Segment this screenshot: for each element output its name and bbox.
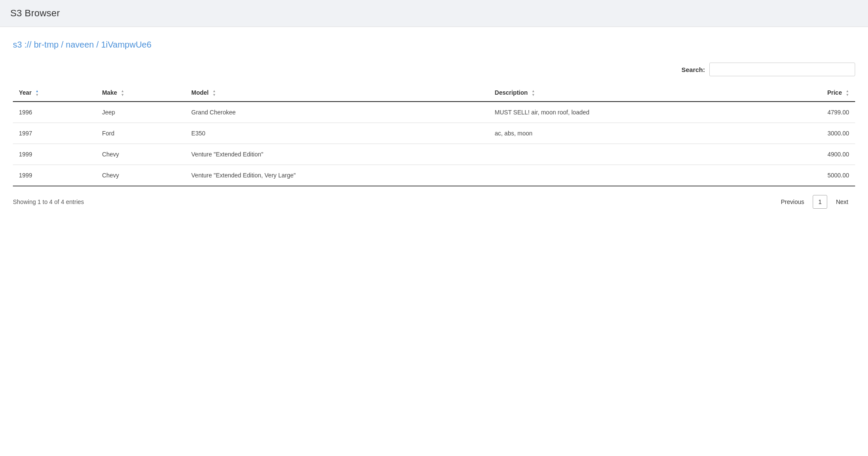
- table-row: 1999ChevyVenture "Extended Edition, Very…: [13, 165, 855, 186]
- app-header: S3 Browser: [0, 0, 868, 27]
- cell-description: MUST SELL! air, moon roof, loaded: [489, 102, 767, 123]
- breadcrumb-link[interactable]: s3 :// br-tmp / naveen / 1iVampwUe6: [13, 40, 151, 49]
- col-model-sort: ▲ ▼: [212, 90, 216, 97]
- cell-model: Venture "Extended Edition, Very Large": [185, 165, 489, 186]
- table-row: 1999ChevyVenture "Extended Edition"4900.…: [13, 144, 855, 165]
- col-make-label: Make: [102, 89, 117, 96]
- cell-model: Grand Cherokee: [185, 102, 489, 123]
- table-body: 1996JeepGrand CherokeeMUST SELL! air, mo…: [13, 102, 855, 186]
- table-header-row: Year ▲ ▼ Make ▲ ▼ Model ▲: [13, 85, 855, 102]
- table-row: 1997FordE350ac, abs, moon3000.00: [13, 123, 855, 144]
- cell-year: 1997: [13, 123, 96, 144]
- col-year-label: Year: [19, 89, 32, 96]
- col-description-label: Description: [495, 89, 528, 96]
- cell-price: 5000.00: [767, 165, 855, 186]
- cell-year: 1999: [13, 165, 96, 186]
- col-description-sort: ▲ ▼: [531, 90, 535, 97]
- cell-description: [489, 165, 767, 186]
- page-number-1[interactable]: 1: [813, 195, 827, 209]
- pagination-controls: Previous 1 Next: [774, 195, 855, 209]
- col-price[interactable]: Price ▲ ▼: [767, 85, 855, 102]
- cell-year: 1996: [13, 102, 96, 123]
- cell-description: ac, abs, moon: [489, 123, 767, 144]
- col-year-sort: ▲ ▼: [35, 90, 39, 97]
- cell-make: Jeep: [96, 102, 185, 123]
- cell-price: 4799.00: [767, 102, 855, 123]
- pagination-row: Showing 1 to 4 of 4 entries Previous 1 N…: [13, 195, 855, 209]
- cell-price: 4900.00: [767, 144, 855, 165]
- app-title: S3 Browser: [10, 8, 858, 19]
- col-make-sort: ▲ ▼: [121, 90, 124, 97]
- col-year[interactable]: Year ▲ ▼: [13, 85, 96, 102]
- col-model[interactable]: Model ▲ ▼: [185, 85, 489, 102]
- col-description[interactable]: Description ▲ ▼: [489, 85, 767, 102]
- previous-button[interactable]: Previous: [774, 196, 811, 208]
- col-model-label: Model: [191, 89, 208, 96]
- pagination-info: Showing 1 to 4 of 4 entries: [13, 198, 84, 205]
- cell-model: E350: [185, 123, 489, 144]
- cell-year: 1999: [13, 144, 96, 165]
- cell-price: 3000.00: [767, 123, 855, 144]
- cell-make: Ford: [96, 123, 185, 144]
- col-price-sort: ▲ ▼: [846, 90, 849, 97]
- cell-description: [489, 144, 767, 165]
- next-button[interactable]: Next: [829, 196, 855, 208]
- cell-make: Chevy: [96, 165, 185, 186]
- table-row: 1996JeepGrand CherokeeMUST SELL! air, mo…: [13, 102, 855, 123]
- search-row: Search:: [13, 63, 855, 76]
- breadcrumb[interactable]: s3 :// br-tmp / naveen / 1iVampwUe6: [13, 40, 855, 50]
- search-label: Search:: [681, 66, 705, 73]
- main-content: s3 :// br-tmp / naveen / 1iVampwUe6 Sear…: [0, 27, 868, 226]
- data-table: Year ▲ ▼ Make ▲ ▼ Model ▲: [13, 85, 855, 186]
- cell-make: Chevy: [96, 144, 185, 165]
- col-make[interactable]: Make ▲ ▼: [96, 85, 185, 102]
- col-price-label: Price: [827, 89, 842, 96]
- search-input[interactable]: [709, 63, 855, 76]
- table-header: Year ▲ ▼ Make ▲ ▼ Model ▲: [13, 85, 855, 102]
- cell-model: Venture "Extended Edition": [185, 144, 489, 165]
